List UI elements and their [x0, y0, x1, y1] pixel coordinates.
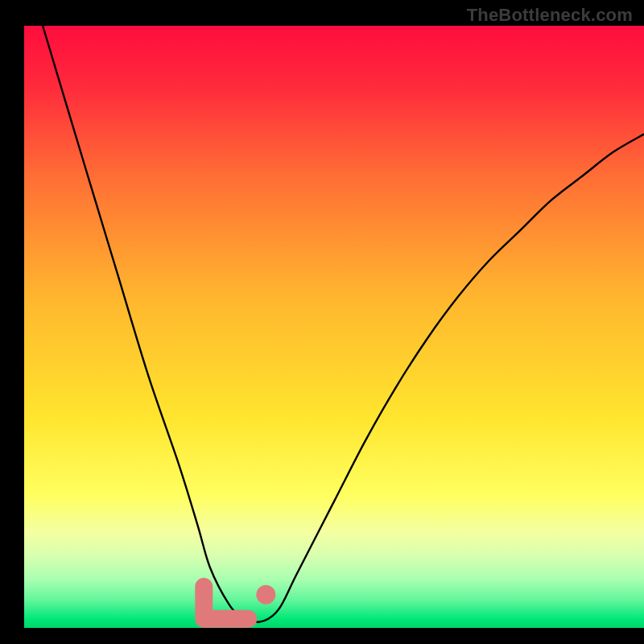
chart-svg [0, 0, 644, 644]
optimal-region-dot [256, 585, 275, 605]
watermark-text: TheBottleneck.com [467, 5, 633, 26]
chart-stage: TheBottleneck.com [0, 0, 644, 644]
gradient-background [24, 26, 644, 628]
